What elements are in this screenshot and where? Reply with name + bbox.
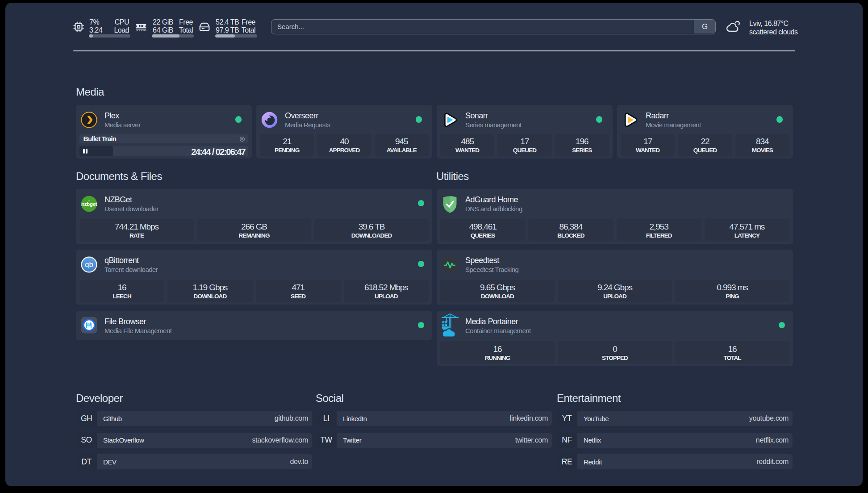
svg-text:nzbget: nzbget	[81, 201, 97, 207]
svg-text:qb: qb	[85, 260, 93, 268]
